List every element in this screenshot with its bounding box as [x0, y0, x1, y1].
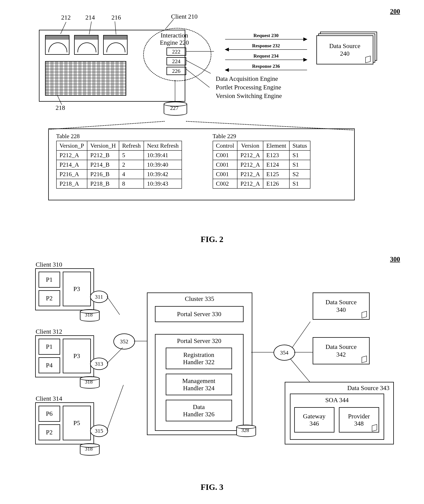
portlet-p3: P3	[63, 272, 91, 306]
portlet-p1b: P1	[38, 339, 60, 355]
fig3-caption: FIG. 3	[17, 482, 408, 492]
portlet-p6: P6	[38, 406, 60, 422]
data-handler-326: DataHandler 326	[166, 400, 232, 421]
arrow-request-234: Request 234	[225, 60, 307, 60]
portlet-p2b: P2	[38, 424, 60, 440]
ref-212: 212	[61, 14, 71, 21]
data-acquisition-engine-label: Data Acquisition Engine	[216, 75, 282, 83]
figure-300-ref: 300	[390, 255, 400, 263]
portlet-p5: P5	[63, 406, 91, 440]
data-source-240: Data Source 240	[316, 35, 373, 64]
cluster-335: Cluster 335 Portal Server 330 Portal Ser…	[147, 292, 252, 435]
datasource-icon	[365, 56, 371, 63]
datasource-icon	[372, 424, 377, 432]
interaction-engine-label: Interaction Engine 220	[160, 32, 189, 46]
figure-3: 300 Client 310 P1 P2 P3 311 318 Client 3…	[17, 255, 408, 479]
gateway-346: Gateway346	[294, 407, 334, 433]
cloud-354: 354	[274, 345, 295, 361]
ref-218: 218	[56, 104, 65, 111]
portlet-processing-engine-label: Portlet Processing Engine	[216, 83, 282, 92]
ref-216: 216	[112, 14, 121, 21]
portlet-212	[45, 35, 69, 55]
node-311: 311	[90, 291, 108, 303]
table-229: Table 229 Control Version Element Status…	[213, 133, 311, 189]
client-312: Client 312 P1 P4 P3	[35, 335, 94, 377]
cloud-352: 352	[113, 333, 135, 349]
datasource-icon	[362, 311, 367, 318]
data-source-342: Data Source342	[313, 337, 370, 364]
client-210-label: Client 210	[171, 13, 198, 20]
arrow-response-236: Response 236	[225, 70, 307, 70]
portlet-p4: P4	[38, 357, 60, 373]
data-source-343: Data Source 343 SOA 344 Gateway346 Provi…	[285, 382, 394, 444]
portlet-214	[74, 35, 99, 55]
node-313: 313	[90, 358, 108, 370]
database-227: 227	[164, 101, 186, 114]
node-315: 315	[90, 425, 108, 437]
tables-panel: Table 228 Version_P Version_H Refresh Ne…	[48, 129, 355, 200]
database-318a: 318	[80, 309, 99, 320]
portal-server-330: Portal Server 330	[155, 306, 243, 322]
arrow-response-232: Response 232	[225, 49, 307, 50]
portlet-p1: P1	[38, 272, 60, 288]
registration-handler-322: RegistrationHandler 322	[166, 348, 232, 369]
engine-labels: Data Acquisition Engine Portlet Processi…	[216, 75, 282, 100]
portlet-218-chart	[45, 61, 126, 96]
module-226: 226	[167, 67, 186, 75]
management-handler-324: ManagementHandler 324	[166, 374, 232, 395]
portlet-p2: P2	[38, 290, 60, 306]
ref-214: 214	[86, 14, 95, 21]
table-228: Table 228 Version_P Version_H Refresh Ne…	[56, 133, 182, 189]
portlet-216	[103, 35, 128, 55]
figure-2: 200 Client 210 212 214 216 218 Interacti…	[17, 7, 408, 231]
interaction-engine-modules: 222 224 226	[167, 48, 186, 76]
arrow-request-230: Request 230	[225, 39, 307, 39]
database-318c: 318	[80, 443, 99, 454]
soa-344: SOA 344 Gateway346 Provider348	[290, 394, 384, 440]
fig2-caption: FIG. 2	[17, 235, 408, 244]
portal-server-320: Portal Server 320 RegistrationHandler 32…	[155, 334, 243, 431]
module-224: 224	[167, 57, 186, 65]
client-310: Client 310 P1 P2 P3	[35, 268, 94, 310]
figure-200-ref: 200	[390, 7, 400, 15]
module-222: 222	[167, 48, 186, 56]
data-source-340: Data Source340	[313, 292, 370, 320]
datasource-icon	[362, 356, 367, 363]
provider-348: Provider348	[339, 407, 379, 433]
portlet-p3b: P3	[63, 339, 91, 373]
database-328: 328	[236, 425, 255, 436]
database-318b: 318	[80, 376, 99, 387]
client-314: Client 314 P6 P2 P5	[35, 402, 94, 444]
version-switching-engine-label: Version Switching Engine	[216, 92, 282, 100]
